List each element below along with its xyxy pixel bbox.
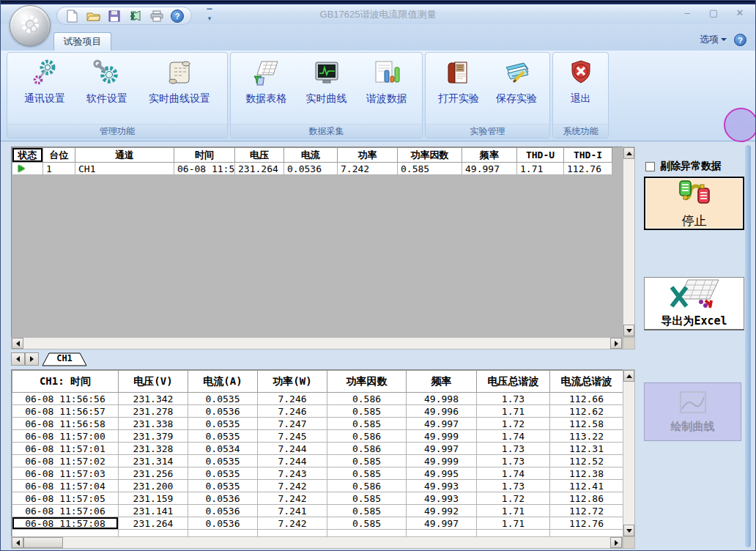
new-document-icon[interactable] (64, 9, 79, 23)
sheet-next-button[interactable] (25, 352, 39, 366)
table-cell[interactable]: 7.246 (258, 393, 327, 405)
table-row[interactable]: 06-08 11:57:08231.2640.05367.2420.58549.… (12, 517, 623, 530)
data-table-hscrollbar[interactable] (11, 536, 623, 549)
table-cell[interactable]: 112.76 (550, 517, 623, 530)
sheet-tab-ch1[interactable]: CH1 (42, 352, 87, 366)
save-experiment-button[interactable]: 保存实验 (492, 56, 541, 108)
maximize-button[interactable]: ▢ (704, 7, 723, 20)
table-row[interactable]: 06-08 11:57:06231.1410.05367.2410.58549.… (12, 505, 623, 517)
table-cell[interactable]: 112.72 (550, 505, 623, 517)
table-cell[interactable]: 06-08 11:57:03 (12, 467, 119, 480)
table-cell[interactable]: 113.22 (550, 430, 623, 443)
table-cell[interactable]: 0.0535 (188, 480, 258, 492)
voltage-cell[interactable]: 231.264 (235, 163, 284, 175)
table-cell[interactable]: 0.585 (327, 492, 407, 505)
table-cell[interactable]: 0.586 (327, 480, 407, 492)
table-cell[interactable]: 0.0535 (188, 418, 258, 430)
table-cell[interactable]: 7.247 (258, 418, 327, 430)
table-cell[interactable]: 06-08 11:57:00 (12, 430, 119, 443)
table-cell[interactable]: 7.241 (258, 505, 327, 517)
scroll-right-button[interactable] (610, 338, 622, 349)
qat-customize-chevron[interactable]: ▔▾ (204, 10, 215, 21)
table-cell[interactable]: 112.86 (550, 492, 623, 505)
table-cell[interactable]: 49.993 (407, 492, 477, 505)
table-cell[interactable]: 231.342 (119, 393, 188, 405)
table-cell[interactable]: 231.278 (119, 405, 188, 418)
table-cell[interactable]: 49.992 (407, 505, 477, 517)
comm-settings-button[interactable]: 通讯设置 (20, 56, 70, 108)
table-cell[interactable]: 49.997 (407, 443, 477, 455)
table-row[interactable]: 06-08 11:57:05231.1590.05367.2420.58549.… (12, 492, 623, 505)
channel-cell[interactable]: CH1 (75, 163, 174, 175)
table-cell[interactable]: 231.200 (119, 480, 188, 492)
table-cell[interactable]: 0.586 (327, 430, 407, 443)
status-table-vscrollbar[interactable] (623, 147, 635, 337)
scroll-left-button[interactable] (12, 537, 23, 548)
export-excel-button[interactable]: 导出为Excel (644, 277, 744, 330)
table-cell[interactable]: 7.242 (258, 492, 327, 505)
table-cell[interactable]: 0.585 (327, 467, 407, 480)
options-dropdown[interactable]: 选项 (700, 33, 727, 46)
tab-experiment-items[interactable]: 试验项目 (53, 32, 111, 51)
table-cell[interactable]: 1.71 (477, 517, 550, 530)
table-cell[interactable]: 0.0536 (188, 517, 258, 530)
table-cell[interactable]: 1.73 (477, 455, 550, 467)
table-cell[interactable]: 231.256 (119, 467, 188, 480)
table-cell[interactable]: 1.73 (477, 443, 550, 455)
ribbon-help-icon[interactable]: ? (734, 34, 746, 46)
current-cell[interactable]: 0.0536 (284, 163, 338, 175)
table-cell[interactable]: 112.52 (550, 455, 623, 467)
table-cell[interactable]: 0.0535 (188, 393, 258, 405)
table-cell[interactable]: 06-08 11:56:57 (12, 405, 119, 418)
table-row[interactable]: 06-08 11:57:03231.2560.05357.2430.58549.… (12, 467, 623, 480)
status-cell[interactable] (12, 163, 43, 175)
table-cell[interactable]: 0.0535 (188, 455, 258, 467)
table-cell[interactable]: 7.245 (258, 430, 327, 443)
table-cell[interactable]: 49.993 (407, 480, 477, 492)
table-cell[interactable]: 231.338 (119, 418, 188, 430)
station-cell[interactable]: 1 (43, 163, 75, 175)
scroll-up-button[interactable] (623, 147, 634, 159)
table-row[interactable]: 06-08 11:57:00231.3790.05357.2450.58649.… (12, 430, 623, 443)
table-cell[interactable]: 49.997 (407, 517, 477, 530)
table-cell[interactable]: 112.31 (550, 443, 623, 455)
realtime-curve-button[interactable]: 实时曲线 (302, 56, 352, 108)
print-icon[interactable] (149, 9, 164, 23)
table-cell[interactable]: 231.328 (119, 443, 188, 455)
table-cell[interactable]: 0.0535 (188, 430, 258, 443)
table-cell[interactable]: 1.72 (477, 418, 550, 430)
open-folder-icon[interactable] (86, 9, 100, 23)
table-cell[interactable]: 231.314 (119, 455, 188, 467)
table-cell[interactable]: 0.586 (327, 393, 407, 405)
table-cell[interactable]: 06-08 11:57:08 (12, 517, 119, 530)
table-cell[interactable]: 0.0536 (188, 492, 258, 505)
table-cell[interactable]: 0.585 (327, 517, 407, 530)
status-table-hscrollbar[interactable] (11, 337, 623, 350)
table-cell[interactable]: 1.72 (477, 492, 550, 505)
table-cell[interactable]: 0.586 (327, 443, 407, 455)
draw-curve-button[interactable]: 绘制曲线 (644, 382, 741, 441)
table-cell[interactable]: 0.585 (327, 418, 407, 430)
table-cell[interactable]: 112.62 (550, 405, 623, 418)
status-table-row[interactable]: 1 CH1 06-08 11:57:08 231.264 0.0536 7.24… (12, 163, 612, 175)
table-cell[interactable]: 06-08 11:57:06 (12, 505, 119, 517)
table-row[interactable]: 06-08 11:56:58231.3380.05357.2470.58549.… (12, 418, 623, 430)
table-cell[interactable]: 1.73 (477, 480, 550, 492)
table-cell[interactable]: 49.998 (407, 393, 477, 405)
scroll-right-button[interactable] (610, 537, 622, 548)
table-cell[interactable]: 06-08 11:57:01 (12, 443, 119, 455)
table-cell[interactable]: 49.999 (407, 455, 477, 467)
scroll-left-button[interactable] (12, 338, 23, 349)
table-cell[interactable]: 1.73 (477, 393, 550, 405)
table-cell[interactable]: 49.997 (407, 418, 477, 430)
table-cell[interactable]: 7.244 (258, 443, 327, 455)
thd-u-cell[interactable]: 1.71 (517, 163, 564, 175)
time-cell[interactable]: 06-08 11:57:08 (174, 163, 235, 175)
table-cell[interactable]: 7.242 (258, 517, 327, 530)
table-cell[interactable]: 06-08 11:56:58 (12, 418, 119, 430)
software-settings-button[interactable]: 软件设置 (82, 56, 132, 108)
minimize-button[interactable]: – (678, 7, 697, 20)
table-cell[interactable]: 1.71 (477, 405, 550, 418)
harmonic-data-button[interactable]: 谐波数据 (362, 56, 412, 108)
table-cell[interactable]: 7.246 (258, 405, 327, 418)
